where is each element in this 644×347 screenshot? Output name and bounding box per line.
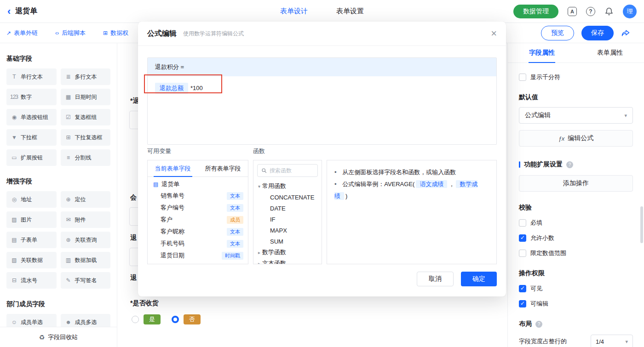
function-row[interactable]: IF <box>253 214 322 225</box>
field-palette-item[interactable]: ▦ 日期时间 <box>61 89 111 105</box>
variable-field-row[interactable]: 客户 成员 <box>148 214 248 226</box>
field-palette-item[interactable]: ▥ 数据加载 <box>61 252 111 268</box>
permission-checkbox[interactable] <box>519 285 526 292</box>
field-type-icon: ▤ <box>10 237 18 243</box>
option-no-tag[interactable]: 否 <box>184 314 201 324</box>
help-tip-1: 从左侧面板选择字段名和函数，或输入函数 <box>334 166 489 178</box>
data-manage-button[interactable]: 数据管理 <box>513 5 558 18</box>
edit-formula-button[interactable]: ƒx 编辑公式 <box>519 130 633 147</box>
toolbar-link[interactable]: ↗ 表单外链 <box>6 29 38 37</box>
panel-scrollbar[interactable] <box>640 206 643 243</box>
permission-row: 可见 <box>519 284 633 293</box>
field-palette-item[interactable]: ◉ 单选按钮组 <box>6 109 57 125</box>
formula-expression-text[interactable]: *100 <box>190 85 203 91</box>
function-row[interactable]: ▸ 数学函数 <box>253 247 322 258</box>
field-type-icon: ◉ <box>10 114 18 120</box>
field-type-label: 下拉复选框 <box>75 134 103 142</box>
field-type-icon: 123 <box>10 94 18 100</box>
field-palette-item[interactable]: ⊞ 下拉复选框 <box>61 129 111 146</box>
receive-field-options: 是 否 <box>132 314 212 324</box>
field-palette-item[interactable]: ≣ 多行文本 <box>61 68 111 85</box>
validation-checkbox[interactable] <box>519 250 526 257</box>
preview-button[interactable]: 预览 <box>541 26 574 40</box>
field-palette-item[interactable]: ▼ 下拉框 <box>6 129 57 146</box>
validation-checkbox[interactable] <box>519 219 526 227</box>
option-yes-tag[interactable]: 是 <box>144 314 161 324</box>
field-palette-item[interactable]: T 单行文本 <box>6 68 57 85</box>
thousand-separator-checkbox[interactable] <box>519 74 526 81</box>
variable-field-row[interactable]: 退货日期 时间戳 <box>148 250 248 262</box>
field-palette-item[interactable]: ⊟ 流水号 <box>6 272 57 289</box>
cancel-button[interactable]: 取消 <box>417 272 454 286</box>
confirm-button[interactable]: 确定 <box>461 272 497 286</box>
toolbar-link[interactable]: ‹› 后端脚本 <box>55 29 86 37</box>
header-nav-tab[interactable]: 表单设计 <box>280 7 308 16</box>
function-row[interactable]: MAPX <box>253 225 322 236</box>
header-nav-tab[interactable]: 表单设置 <box>336 7 364 16</box>
example-field-chip: 语文成绩 <box>416 180 447 188</box>
field-palette-item[interactable]: ▧ 关联数据 <box>6 252 57 268</box>
help-icon[interactable]: ? <box>586 7 595 16</box>
field-palette-item[interactable]: ▭ 扩展按钮 <box>6 149 57 166</box>
formula-edit-modal: 公式编辑 使用数学运算符编辑公式 × 退款积分 = 退款总额*100 可用变量 … <box>138 22 506 296</box>
properties-tab[interactable]: 字段属性 <box>508 43 576 63</box>
function-row[interactable]: CONCATENATE <box>253 192 322 203</box>
field-palette-item[interactable]: ⊕ 定位 <box>61 191 111 208</box>
function-search-input[interactable] <box>270 167 314 174</box>
field-palette-item[interactable]: ✎ 手写签名 <box>61 272 111 289</box>
save-button[interactable]: 保存 <box>581 26 614 40</box>
default-value-select[interactable]: 公式编辑 ▾ <box>519 107 633 124</box>
field-palette-item[interactable]: ≡ 分割线 <box>61 149 111 166</box>
function-row[interactable]: DATE <box>253 203 322 214</box>
notification-bell-icon[interactable] <box>604 7 614 16</box>
field-palette-item[interactable]: 123 数字 <box>6 89 57 105</box>
toolbar-link[interactable]: ⊞ 数据权 <box>103 29 128 37</box>
section-accent-bar <box>519 161 520 168</box>
radio-yes[interactable] <box>132 316 139 323</box>
field-palette-item[interactable]: ▤ 子表单 <box>6 232 57 248</box>
permission-label: 可编辑 <box>530 300 548 308</box>
field-width-row: 字段宽度占整行的 1/4 ▾ <box>519 335 633 347</box>
function-row[interactable]: ▸ 文本函数 <box>253 258 322 264</box>
field-width-select[interactable]: 1/4 ▾ <box>591 335 633 347</box>
translate-icon[interactable]: A <box>568 7 577 16</box>
function-row[interactable]: ▾ 常用函数 <box>253 181 322 192</box>
variable-field-row[interactable]: 客户编号 文本 <box>148 202 248 214</box>
variable-field-row[interactable]: 手机号码 文本 <box>148 238 248 250</box>
layout-help-icon[interactable]: ? <box>535 321 542 328</box>
field-palette-item[interactable]: ⊛ 关联查询 <box>61 232 111 248</box>
variable-field-row[interactable]: 销售单号 文本 <box>148 190 248 202</box>
field-palette-item[interactable]: ▨ 图片 <box>6 211 57 228</box>
variables-tab[interactable]: 所有表单字段 <box>198 160 248 176</box>
extension-section-header: 功能扩展设置 ? <box>519 160 633 169</box>
radio-no[interactable] <box>172 316 179 323</box>
variables-tab[interactable]: 当前表单字段 <box>148 160 198 176</box>
modal-header: 公式编辑 使用数学运算符编辑公式 × <box>138 22 506 46</box>
formula-editor-body[interactable]: 退款总额*100 <box>148 76 496 100</box>
close-icon[interactable]: × <box>491 28 497 39</box>
field-type-icon: ☺ <box>10 319 18 325</box>
add-action-button[interactable]: 添加操作 <box>519 175 633 192</box>
field-recycle-bin[interactable]: ♻ 字段回收站 <box>0 327 117 347</box>
field-palette-item[interactable]: ✉ 附件 <box>61 211 111 228</box>
validation-checkbox[interactable] <box>519 234 526 242</box>
modal-footer: 取消 确定 <box>417 272 497 286</box>
field-type-label: 分割线 <box>75 154 92 162</box>
function-row[interactable]: SUM <box>253 236 322 247</box>
toolbar-link-icon: ‹› <box>55 30 59 36</box>
field-palette-item[interactable]: ◎ 地址 <box>6 191 57 208</box>
field-palette-item[interactable]: ☑ 复选框组 <box>61 109 111 125</box>
share-icon[interactable] <box>621 28 630 38</box>
variable-field-row[interactable]: 客户昵称 文本 <box>148 226 248 238</box>
function-list: ▾ 常用函数 CONCATENATE DATE IF <box>253 181 322 264</box>
formula-field-chip[interactable]: 退款总额 <box>155 83 188 94</box>
permission-checkbox[interactable] <box>519 300 526 307</box>
properties-tab[interactable]: 表单属性 <box>576 43 644 63</box>
field-type-icon: ✉ <box>64 216 72 223</box>
variables-tree-root[interactable]: ▤ 退货单 <box>148 177 248 190</box>
field-type-label: 日期时间 <box>75 93 97 101</box>
user-avatar[interactable]: 理 <box>623 5 637 18</box>
extension-help-icon[interactable]: ? <box>566 161 573 168</box>
back-icon[interactable]: ‹ <box>7 6 11 17</box>
add-action-label: 添加操作 <box>563 179 589 188</box>
